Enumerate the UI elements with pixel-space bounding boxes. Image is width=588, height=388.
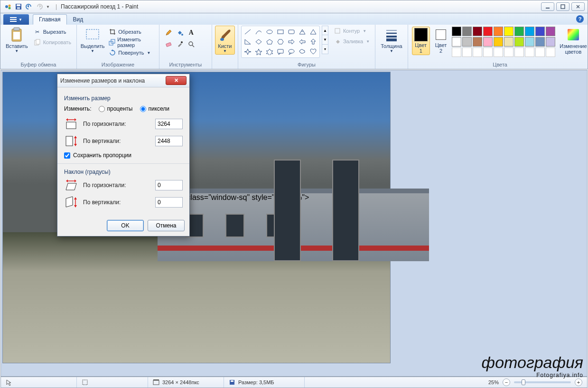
palette-color[interactable] xyxy=(462,37,472,47)
skew-horizontal-input[interactable] xyxy=(155,180,183,190)
skew-vertical-input[interactable] xyxy=(155,197,183,208)
palette-color[interactable] xyxy=(452,37,461,47)
palette-color[interactable] xyxy=(535,47,545,57)
palette-color[interactable] xyxy=(546,27,555,36)
palette-color[interactable] xyxy=(483,37,493,47)
shape-triangle[interactable] xyxy=(308,27,318,37)
shapes-scroll-down[interactable]: ▼ xyxy=(322,35,328,45)
ok-button[interactable]: OK xyxy=(107,220,144,231)
zoom-slider-thumb[interactable] xyxy=(522,379,525,385)
fill-tool[interactable] xyxy=(175,28,185,38)
qat-dropdown-icon[interactable]: ▼ xyxy=(46,5,50,9)
help-icon[interactable]: ? xyxy=(576,15,584,23)
palette-color[interactable] xyxy=(483,27,493,36)
shape-arrow-left[interactable] xyxy=(297,37,308,47)
palette-color[interactable] xyxy=(535,27,545,36)
shape-heart[interactable] xyxy=(308,47,318,57)
palette-color[interactable] xyxy=(546,47,555,57)
minimize-button[interactable] xyxy=(541,2,554,11)
shape-pentagon[interactable] xyxy=(264,37,275,47)
copy-button[interactable]: Копировать xyxy=(31,37,74,47)
rotate-button[interactable]: Повернуть▼ xyxy=(106,47,156,58)
shape-hexagon[interactable] xyxy=(275,37,286,47)
shape-fill-button[interactable]: Заливка▼ xyxy=(331,36,372,47)
shape-oval[interactable] xyxy=(264,27,275,37)
shape-rect[interactable] xyxy=(275,27,286,37)
cut-button[interactable]: ✂Вырезать xyxy=(31,27,74,37)
thickness-button[interactable]: Толщина ▼ xyxy=(378,26,405,55)
maximize-button[interactable] xyxy=(556,2,569,11)
eraser-tool[interactable] xyxy=(163,39,174,49)
color1-button[interactable]: Цвет 1 xyxy=(412,27,430,55)
shape-right-triangle[interactable] xyxy=(243,37,253,47)
shape-callout-rect[interactable] xyxy=(275,47,286,57)
shape-curve[interactable] xyxy=(253,27,264,37)
palette-color[interactable] xyxy=(514,27,524,36)
palette-color[interactable] xyxy=(514,37,524,47)
paste-button[interactable]: Вставить ▼ xyxy=(3,26,30,55)
palette-color[interactable] xyxy=(462,27,472,36)
palette-color[interactable] xyxy=(473,37,482,47)
resize-horizontal-input[interactable] xyxy=(155,119,183,129)
shape-line[interactable] xyxy=(243,27,253,37)
zoom-slider[interactable] xyxy=(514,381,571,383)
shapes-expand[interactable]: ▾ xyxy=(322,45,328,54)
color-picker-tool[interactable] xyxy=(175,39,185,49)
palette-color[interactable] xyxy=(473,27,482,36)
palette-color[interactable] xyxy=(494,27,503,36)
shapes-gallery[interactable] xyxy=(241,26,320,58)
shape-outline-button[interactable]: Контур▼ xyxy=(331,26,372,36)
select-button[interactable]: Выделить ▼ xyxy=(80,26,105,55)
redo-icon[interactable] xyxy=(36,3,43,10)
shape-callout-oval[interactable] xyxy=(286,47,297,57)
dialog-close-button[interactable]: ✕ xyxy=(166,76,187,85)
palette-color[interactable] xyxy=(504,27,513,36)
file-menu-button[interactable]: ▼ xyxy=(3,14,29,25)
palette-color[interactable] xyxy=(535,37,545,47)
shape-roundrect[interactable] xyxy=(286,27,297,37)
palette-color[interactable] xyxy=(473,47,482,57)
radio-pixels[interactable]: пиксели xyxy=(140,105,169,112)
palette-color[interactable] xyxy=(504,47,513,57)
palette-color[interactable] xyxy=(452,47,461,57)
cancel-button[interactable]: Отмена xyxy=(148,220,185,231)
palette-color[interactable] xyxy=(452,27,461,36)
tab-view[interactable]: Вид xyxy=(67,14,90,25)
shape-star6[interactable] xyxy=(264,47,275,57)
shape-arrow-right[interactable] xyxy=(286,37,297,47)
palette-color[interactable] xyxy=(525,37,534,47)
maintain-aspect-checkbox[interactable]: Сохранить пропорции xyxy=(64,152,183,159)
shape-star5[interactable] xyxy=(253,47,264,57)
brushes-button[interactable]: Кисти ▼ xyxy=(215,26,235,55)
color2-button[interactable]: Цвет 2 xyxy=(433,27,449,55)
text-tool[interactable]: A xyxy=(186,28,196,38)
magnifier-tool[interactable] xyxy=(186,39,196,49)
resize-button[interactable]: Изменить размер xyxy=(106,37,156,47)
palette-color[interactable] xyxy=(494,47,503,57)
palette-color[interactable] xyxy=(504,37,513,47)
shape-polygon[interactable] xyxy=(297,27,308,37)
shapes-scroll-up[interactable]: ▲ xyxy=(322,26,328,35)
radio-percent[interactable]: проценты xyxy=(99,105,132,112)
palette-color[interactable] xyxy=(494,37,503,47)
dialog-titlebar[interactable]: Изменение размеров и наклона ✕ xyxy=(57,74,189,87)
resize-vertical-input[interactable] xyxy=(155,136,183,146)
save-icon[interactable] xyxy=(15,3,22,10)
zoom-in-button[interactable]: + xyxy=(575,379,582,386)
palette-color[interactable] xyxy=(514,47,524,57)
pencil-tool[interactable] xyxy=(163,28,174,38)
close-button[interactable] xyxy=(571,2,585,11)
edit-colors-button[interactable]: Изменение цветов xyxy=(557,26,588,56)
shape-star4[interactable] xyxy=(243,47,253,57)
palette-color[interactable] xyxy=(525,47,534,57)
shape-arrow-up[interactable] xyxy=(308,37,318,47)
crop-button[interactable]: Обрезать xyxy=(106,27,156,37)
palette-color[interactable] xyxy=(546,37,555,47)
zoom-out-button[interactable]: − xyxy=(503,379,510,386)
tab-home[interactable]: Главная xyxy=(33,14,67,25)
undo-icon[interactable] xyxy=(25,3,33,10)
shape-diamond[interactable] xyxy=(253,37,264,47)
shape-callout-cloud[interactable] xyxy=(297,47,308,57)
palette-color[interactable] xyxy=(462,47,472,57)
palette-color[interactable] xyxy=(525,27,534,36)
